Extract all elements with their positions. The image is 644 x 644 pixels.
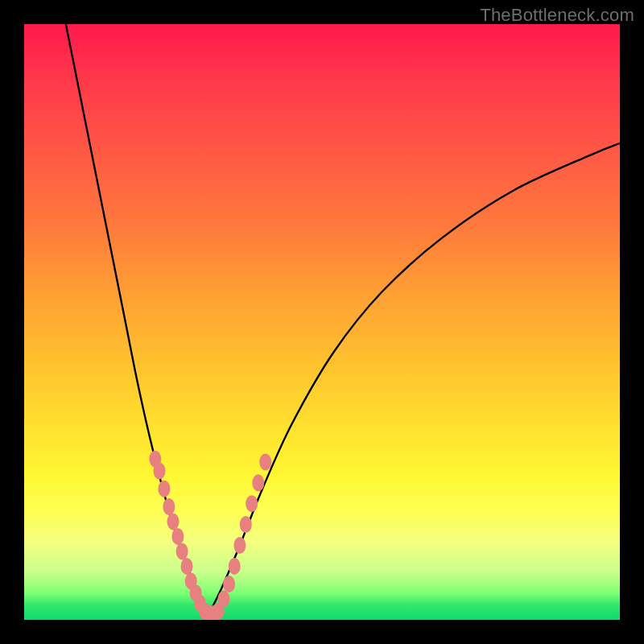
- data-point: [259, 453, 271, 470]
- watermark-text: TheBottleneck.com: [480, 5, 634, 26]
- data-point: [252, 474, 264, 491]
- data-point: [171, 528, 184, 545]
- curve-svg: [24, 24, 620, 620]
- data-point: [233, 537, 246, 554]
- data-point: [246, 495, 258, 512]
- data-point: [229, 558, 241, 575]
- data-point: [240, 516, 252, 533]
- curve-right: [208, 143, 620, 614]
- data-point: [153, 463, 165, 480]
- data-point: [163, 498, 175, 515]
- data-point: [158, 481, 170, 497]
- data-point: [181, 558, 193, 575]
- curve-left: [66, 24, 209, 614]
- data-point: [176, 543, 188, 559]
- chart-frame: TheBottleneck.com: [0, 0, 644, 644]
- scatter-points: [149, 451, 271, 620]
- data-point: [217, 591, 229, 608]
- plot-area: [24, 24, 620, 620]
- data-point: [223, 576, 235, 592]
- data-point: [167, 513, 180, 530]
